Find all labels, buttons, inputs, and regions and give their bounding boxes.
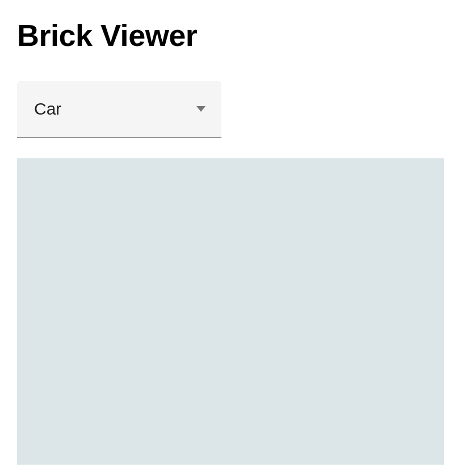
model-select-dropdown[interactable]: Car [17, 81, 221, 138]
dropdown-selected-label: Car [34, 99, 61, 119]
viewer-canvas[interactable] [17, 158, 444, 465]
page-title: Brick Viewer [17, 17, 444, 54]
chevron-down-icon [196, 106, 206, 112]
